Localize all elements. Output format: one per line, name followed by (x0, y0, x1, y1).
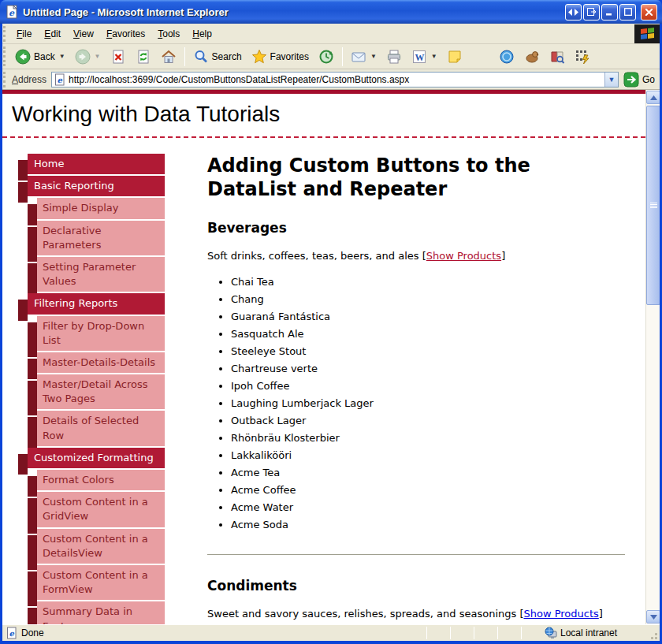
menu-edit[interactable]: Edit (38, 25, 67, 43)
mail-icon (351, 49, 366, 65)
menu-favorites[interactable]: Favorites (100, 25, 151, 43)
sidebar-item-label: Home (34, 158, 64, 169)
menu-file[interactable]: File (10, 25, 38, 43)
address-dropdown-button[interactable]: ▼ (604, 73, 618, 87)
sidebar-item-custom-content-detailsview[interactable]: Custom Content in a DetailsView (37, 529, 165, 564)
menu-tools[interactable]: Tools (151, 25, 186, 43)
back-label: Back (34, 51, 55, 62)
menu-help[interactable]: Help (186, 25, 218, 43)
scroll-up-button[interactable] (646, 91, 660, 104)
addressbar-grip[interactable] (3, 72, 9, 87)
category-description: Sweet and savory sauces, relishes, sprea… (207, 608, 625, 620)
research-button[interactable] (519, 46, 545, 68)
sidebar-item-label: Summary Data in Footer (43, 605, 132, 624)
menubar-grip[interactable] (3, 26, 9, 42)
messenger-button[interactable] (442, 46, 467, 68)
sidebar-item-label: Simple Display (43, 202, 118, 214)
page-icon: e (54, 73, 66, 86)
close-button[interactable] (641, 4, 657, 20)
svg-text:e: e (9, 8, 15, 18)
go-button[interactable]: Go (619, 72, 660, 87)
history-icon (318, 49, 334, 65)
refresh-button[interactable] (131, 46, 156, 68)
mail-button[interactable]: ▼ (346, 46, 381, 68)
show-products-link[interactable]: Show Products (426, 250, 501, 262)
title-bar[interactable]: e Untitled Page - Microsoft Internet Exp… (0, 0, 662, 24)
status-separator (521, 627, 522, 639)
forward-button[interactable]: ▼ (70, 46, 106, 68)
sidebar-item-setting-parameter-values[interactable]: Setting Parameter Values (37, 257, 165, 292)
show-products-link[interactable]: Show Products (523, 608, 598, 620)
sidebar-item-label: Customized Formatting (34, 452, 154, 463)
done-page-icon: e (6, 627, 18, 639)
detach-button[interactable] (583, 4, 600, 20)
page-content: Working with Data Tutorials Home Basic R… (2, 90, 645, 624)
article-title: Adding Custom Buttons to the DataList an… (207, 154, 621, 201)
search-button[interactable]: Search (188, 46, 247, 68)
product-item: Chartreuse verte (231, 363, 625, 374)
history-button[interactable] (314, 46, 339, 68)
product-item: Acme Water (231, 501, 625, 513)
section-divider (207, 554, 625, 556)
print-icon (386, 49, 402, 65)
sidebar-item-label: Basic Reporting (34, 180, 114, 192)
msn-button[interactable] (494, 46, 519, 68)
window-title: Untitled Page - Microsoft Internet Explo… (23, 6, 565, 18)
go-icon (623, 72, 639, 87)
msn-sphere-icon (499, 49, 515, 65)
sidebar-item-summary-data-in-footer[interactable]: Summary Data in Footer (37, 601, 165, 624)
product-item: Chai Tea (231, 276, 625, 288)
print-button[interactable] (381, 46, 407, 68)
home-button[interactable] (156, 46, 181, 68)
sidebar-item-filtering-reports[interactable]: Filtering Reports (28, 293, 165, 314)
category-name: Condiments (207, 578, 625, 594)
favorites-button[interactable]: Favorites (247, 46, 314, 68)
sidebar-item-details-of-selected-row[interactable]: Details of Selected Row (37, 411, 165, 445)
sidebar-nav: Home Basic Reporting Simple Display Decl… (18, 154, 165, 624)
ie-window-icon: e (5, 5, 19, 19)
sidebar-item-custom-content-gridview[interactable]: Custom Content in a GridView (37, 492, 165, 527)
stop-button[interactable] (106, 46, 131, 68)
scroll-down-button[interactable] (646, 610, 660, 624)
product-item: Acme Soda (231, 519, 625, 530)
resize-grip[interactable] (647, 629, 658, 640)
toolbar-grip[interactable] (3, 47, 9, 66)
quick-launch-button[interactable] (570, 46, 595, 68)
sidebar-item-simple-display[interactable]: Simple Display (37, 198, 165, 218)
product-list: Chai Tea Chang Guaraná Fantástica Sasqua… (231, 276, 625, 530)
security-zone-pane: Local intranet (545, 627, 647, 639)
back-dropdown-arrow[interactable]: ▼ (59, 53, 65, 60)
scrollbar-thumb[interactable] (646, 106, 660, 305)
address-label: Address (10, 74, 51, 85)
url-text[interactable]: http://localhost:3699/Code/CustomButtons… (66, 74, 604, 85)
sidebar-item-label: Custom Content in a GridView (43, 496, 148, 522)
sidebar-item-customized-formatting[interactable]: Customized Formatting (28, 448, 165, 468)
edit-with-word-button[interactable]: W ▼ (407, 46, 442, 68)
sidebar-item-custom-content-formview[interactable]: Custom Content in a FormView (37, 565, 165, 600)
sidebar-item-filter-by-dropdown-list[interactable]: Filter by Drop-Down List (37, 316, 165, 351)
menu-view[interactable]: View (67, 25, 100, 43)
page-viewport: Working with Data Tutorials Home Basic R… (2, 90, 660, 624)
toolbar-separator (342, 47, 343, 66)
category-condiments: Condiments Sweet and savory sauces, reli… (207, 578, 625, 620)
address-input[interactable]: e http://localhost:3699/Code/CustomButto… (51, 72, 619, 87)
sidebar-item-master-details-details[interactable]: Master-Details-Details (37, 352, 165, 373)
sidebar-item-master-detail-across-two-pages[interactable]: Master/Detail Across Two Pages (37, 374, 165, 409)
svg-text:e: e (58, 76, 63, 84)
mail-dropdown-arrow[interactable]: ▼ (370, 53, 377, 60)
encarta-button[interactable] (545, 46, 570, 68)
back-button[interactable]: Back ▼ (10, 46, 70, 68)
status-text: Done (21, 627, 44, 638)
forward-dropdown-arrow[interactable]: ▼ (95, 53, 101, 60)
nav-arrows-button[interactable] (565, 4, 582, 20)
sidebar-item-label: Custom Content in a FormView (43, 569, 148, 595)
sidebar-item-home[interactable]: Home (28, 154, 165, 174)
sidebar-item-basic-reporting[interactable]: Basic Reporting (28, 176, 165, 196)
minimize-button[interactable] (601, 4, 618, 20)
description-text: Sweet and savory sauces, relishes, sprea… (207, 608, 519, 620)
vertical-scrollbar[interactable] (645, 90, 660, 624)
edit-dropdown-arrow[interactable]: ▼ (431, 53, 437, 60)
maximize-button[interactable] (619, 4, 636, 20)
sidebar-item-format-colors[interactable]: Format Colors (37, 470, 165, 490)
sidebar-item-declarative-parameters[interactable]: Declarative Parameters (37, 221, 165, 255)
